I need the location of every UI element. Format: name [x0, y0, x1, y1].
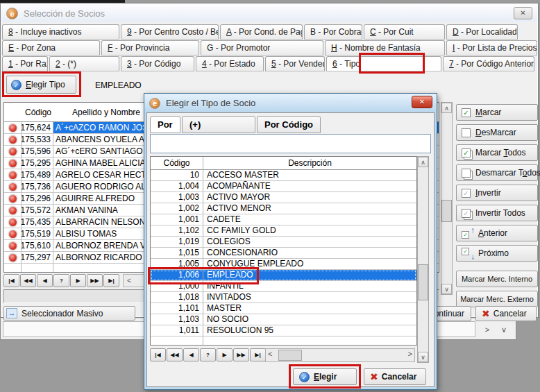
- filter-tab[interactable]: 8 - Incluye inactivos: [2, 24, 119, 40]
- tipo-row[interactable]: 1,103 NO SOCIO: [151, 314, 416, 325]
- tipo-search-input[interactable]: [150, 134, 431, 153]
- socios-pager: |◀◀◀◀?▶▶▶▶|: [3, 274, 119, 287]
- modal-tab[interactable]: (+): [182, 116, 255, 133]
- elegir-button[interactable]: ✓ Elegir: [293, 368, 357, 385]
- modal-tab[interactable]: Por Código: [257, 116, 321, 133]
- filter-tab[interactable]: C - Por Cuit: [364, 24, 445, 40]
- filter-tab[interactable]: F - Por Provincia: [101, 40, 199, 56]
- tipo-row[interactable]: 1,019 COLEGIOS: [151, 237, 416, 248]
- tipo-row[interactable]: 1,000 INFANTIL: [151, 281, 416, 292]
- scrollbar-thumb[interactable]: [441, 200, 452, 222]
- tipos-vscrollbar[interactable]: ∧ ∨: [417, 156, 429, 363]
- filter-tab[interactable]: I - Por Lista de Precios: [446, 40, 537, 56]
- scrollbar-thumb[interactable]: [418, 264, 428, 300]
- pager-button[interactable]: ▶▶: [233, 348, 249, 361]
- pager-button[interactable]: ◀: [183, 348, 199, 361]
- desmarcar-button[interactable]: ✓DesMarcar: [456, 124, 538, 141]
- proximo-button[interactable]: ✓↓Próximo: [456, 245, 538, 262]
- marcar-todos-button[interactable]: ✓Marcar Todos: [456, 144, 538, 161]
- filter-tab[interactable]: 9 - Por Centro Costo / Beneficio: [121, 24, 219, 40]
- pager-button[interactable]: ?: [53, 274, 69, 287]
- arrow-right-icon: →: [6, 308, 17, 318]
- column-header-codigo[interactable]: Código: [22, 108, 54, 117]
- tipo-row[interactable]: 1,002 ACTIVO MENOR: [151, 203, 416, 214]
- pager-button[interactable]: ◀◀: [167, 348, 183, 361]
- filter-tab[interactable]: D - Por Localidad: [446, 24, 518, 40]
- pager-button[interactable]: ▶: [70, 274, 86, 287]
- tipo-row[interactable]: 1,004 ACOMPAÑANTE: [151, 181, 416, 192]
- pager-button[interactable]: ▶: [217, 348, 233, 361]
- filter-tab[interactable]: A - Por Cond. de Pago: [220, 24, 303, 40]
- filter-tab[interactable]: 5 - Por Vendedor: [265, 56, 325, 71]
- filter-tab[interactable]: E - Por Zona: [2, 40, 100, 56]
- record-dot-icon: [9, 124, 17, 132]
- scrollbar-thumb[interactable]: [278, 350, 302, 361]
- tipo-row[interactable]: 1,101 MASTER: [151, 303, 416, 314]
- scroll-down-icon[interactable]: ∨: [441, 284, 452, 294]
- seleccionador-masivo-label: Seleccionador Masivo: [22, 309, 103, 318]
- seleccionador-masivo-button[interactable]: → Seleccionador Masivo: [3, 306, 135, 321]
- scroll-down-icon[interactable]: ∨: [498, 324, 510, 336]
- invertir-todos-button[interactable]: ✓Invertir Todos: [456, 205, 538, 221]
- tipo-row[interactable]: 1,011 RESOLUCION 95: [151, 325, 416, 336]
- tipo-code: 10: [151, 170, 203, 180]
- pager-button[interactable]: ▶|: [103, 274, 119, 287]
- tipo-desc: ACTIVO MAYOR: [203, 192, 416, 203]
- tipo-row[interactable]: 1,018 INVITADOS: [151, 292, 416, 303]
- anterior-button[interactable]: ✓↑Anterior: [456, 225, 538, 241]
- modal-cancelar-button[interactable]: ✖ Cancelar: [364, 368, 426, 385]
- socio-code: 175,624: [22, 122, 53, 133]
- marcar-button[interactable]: ✓Marcar: [456, 104, 538, 121]
- column-header-descripcion[interactable]: Descripción: [203, 157, 416, 169]
- tipo-row[interactable]: 1,102 CC FAMILY GOLD: [151, 225, 416, 237]
- tipo-row[interactable]: 1,003 ACTIVO MAYOR: [151, 192, 416, 203]
- tipos-hscrollbar[interactable]: < >: [265, 348, 415, 362]
- pager-button[interactable]: ◀◀: [20, 274, 36, 287]
- modal-close-button[interactable]: ✕: [412, 96, 432, 108]
- pager-button[interactable]: |◀: [3, 274, 19, 287]
- elegir-tipo-button[interactable]: ✓ Elegir Tipo: [6, 76, 76, 94]
- filter-tab[interactable]: 1 - Por Razón Social: [2, 56, 48, 71]
- socios-vscrollbar[interactable]: ∧ ∨: [441, 102, 453, 295]
- filter-tab[interactable]: 2 - (*): [49, 56, 119, 71]
- filter-tab[interactable]: G - Por Promotor: [201, 40, 323, 56]
- filter-tab[interactable]: B - Por Cobrador: [304, 24, 362, 40]
- filter-tab[interactable]: H - Nombre de Fantasía: [325, 40, 445, 56]
- checkbox-gray-stack-icon: ✓: [462, 209, 471, 218]
- invertir-button[interactable]: ✓Invertir: [456, 185, 538, 201]
- modal-tab[interactable]: Por Descripción: [150, 116, 180, 133]
- scroll-down-icon[interactable]: ∨: [418, 352, 428, 362]
- tipo-row[interactable]: 1,001 CADETE: [151, 214, 416, 225]
- column-header-codigo[interactable]: Código: [151, 157, 203, 169]
- tipo-row[interactable]: 1,005 CONYUGUE EMPLEADO: [151, 259, 416, 270]
- filter-tab[interactable]: 3 - Por Código: [121, 56, 194, 71]
- column-header-apellido-nombre[interactable]: Apellido y Nombre: [54, 108, 158, 117]
- cancelar-button[interactable]: ✖Cancelar: [475, 306, 537, 321]
- scroll-up-icon[interactable]: ∧: [441, 103, 452, 113]
- filter-tab[interactable]: 4 - Por Estado: [196, 56, 264, 71]
- record-dot-icon: [9, 148, 17, 155]
- pager-button[interactable]: ?: [200, 348, 216, 361]
- scroll-left-icon[interactable]: <: [268, 350, 272, 358]
- tabs-row-1: 8 - Incluye inactivos9 - Por Centro Cost…: [2, 24, 518, 40]
- filter-tab[interactable]: 6 - Tipo: [326, 56, 441, 71]
- tipo-row[interactable]: 1,015 CONCESIONARIO: [151, 248, 416, 259]
- main-close-button[interactable]: ✕: [514, 7, 532, 19]
- tipo-desc: ACTIVO MENOR: [203, 203, 416, 214]
- tipo-row[interactable]: 10 ACCESO MASTER: [151, 170, 416, 181]
- tipo-desc: ACCESO MASTER: [203, 170, 416, 180]
- marcar-merc-externo-button[interactable]: Marcar Merc. Externo: [456, 291, 538, 307]
- checkbox-empty-icon: ✓: [462, 128, 471, 137]
- pager-button[interactable]: ▶|: [250, 348, 266, 361]
- pager-button[interactable]: |◀: [150, 348, 166, 361]
- scroll-right-icon[interactable]: >: [408, 350, 412, 358]
- scroll-up-icon[interactable]: ∧: [418, 157, 428, 167]
- desmarcar-todos-button[interactable]: ✓Desmarcar Todos: [456, 164, 538, 181]
- filter-tab[interactable]: 7 - Por Código Anterior: [443, 56, 534, 71]
- tipo-row[interactable]: 1,006 EMPLEADO: [151, 270, 416, 281]
- marcar-merc-interno-button[interactable]: Marcar Merc. Interno: [456, 271, 538, 287]
- pager-button[interactable]: ▶▶: [87, 274, 103, 287]
- checkbox-gray-icon: ✓: [462, 189, 471, 198]
- pager-button[interactable]: ◀: [37, 274, 53, 287]
- scroll-right-icon[interactable]: >: [481, 324, 493, 336]
